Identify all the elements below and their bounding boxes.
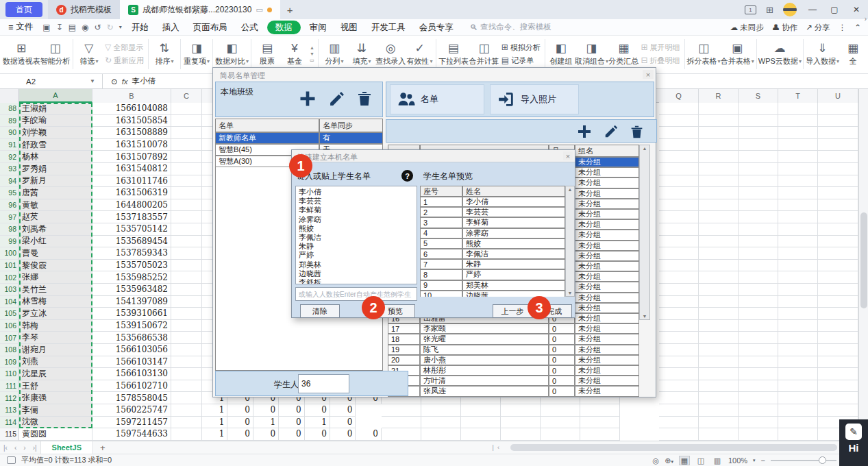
delete-class-icon[interactable] xyxy=(356,90,373,107)
roster-row-covered[interactable]: 未分组 xyxy=(575,293,639,303)
cell-C105[interactable] xyxy=(171,308,202,320)
col-header-T[interactable]: T xyxy=(778,89,818,103)
ribbon-取消组合[interactable]: ◨取消组合▾ xyxy=(575,40,608,67)
preview-row[interactable]: 9 xyxy=(420,280,462,291)
cell-right[interactable] xyxy=(659,332,699,344)
zoom-slider[interactable] xyxy=(771,460,836,461)
cell-A98[interactable]: 刘禹希 xyxy=(19,223,92,236)
cell-D-sliver[interactable] xyxy=(202,187,212,199)
row-header-111[interactable]: 111 xyxy=(0,380,19,393)
ribbon-创建组[interactable]: ◧创建组 xyxy=(547,40,575,67)
cell-tail[interactable]: 0 xyxy=(330,404,356,417)
cell-tail-empty[interactable] xyxy=(461,404,501,417)
ribbon-重新应用[interactable]: ↻重新应用 xyxy=(105,56,144,66)
cell-B110[interactable]: 1566103130 xyxy=(92,368,171,380)
cell-B90[interactable]: 1631508889 xyxy=(92,127,171,139)
cell-right[interactable] xyxy=(818,139,858,151)
print-icon[interactable]: ▤ xyxy=(66,23,79,32)
cell-tail-empty[interactable] xyxy=(461,417,501,429)
cell-C109[interactable] xyxy=(171,356,202,369)
cell-tail-empty[interactable] xyxy=(501,428,541,441)
preview-row[interactable]: 涂霁窈 xyxy=(462,228,565,238)
cell-C98[interactable] xyxy=(171,223,202,236)
roster-row[interactable]: 方叶清 xyxy=(420,376,549,386)
add-class-icon[interactable] xyxy=(298,89,317,108)
cell-B96[interactable]: 1644800205 xyxy=(92,199,171,212)
roster-row[interactable]: 未分组 xyxy=(575,376,639,386)
cell-C95[interactable] xyxy=(171,187,202,199)
row-header-91[interactable]: 91 xyxy=(0,139,19,151)
row-header-88[interactable]: 88 xyxy=(0,103,19,115)
cell-D-sliver[interactable] xyxy=(202,127,212,139)
cell-right[interactable] xyxy=(818,211,858,223)
cell-A89[interactable]: 李皎瑜 xyxy=(19,115,92,127)
cell-right[interactable] xyxy=(699,151,739,163)
cell-C106[interactable] xyxy=(171,320,202,332)
fx-icon[interactable]: fx xyxy=(122,77,128,86)
export-icon[interactable]: ↧ xyxy=(53,23,66,32)
col-header-C[interactable]: C xyxy=(171,89,202,103)
cell-C96[interactable] xyxy=(171,199,202,212)
cell-A104[interactable]: 林雪梅 xyxy=(19,296,92,308)
cell-C112[interactable] xyxy=(171,392,202,404)
row-header-102[interactable]: 102 xyxy=(0,271,19,284)
command-search[interactable]: 🔍︎ 查找命令、搜索模板 xyxy=(470,22,551,32)
scroll-up-icon[interactable]: ▲ xyxy=(568,187,573,192)
cell-right[interactable] xyxy=(739,103,778,115)
cell-B88[interactable]: 1566104088 xyxy=(92,103,171,115)
ribbon-分列[interactable]: ▥分列▾ xyxy=(321,40,348,67)
roster-row-covered[interactable]: 未分组 xyxy=(575,188,639,199)
cell-right[interactable] xyxy=(818,223,858,236)
name-box[interactable]: A2▼ xyxy=(0,74,103,89)
page-break-view-icon[interactable]: ▥ xyxy=(712,456,723,465)
file-menu[interactable]: ≡文件 xyxy=(0,21,40,33)
next-sheet-icon[interactable]: › xyxy=(23,444,25,452)
cell-right[interactable] xyxy=(778,260,818,272)
cell-right[interactable] xyxy=(699,404,739,417)
cell-tail[interactable]: 0 xyxy=(305,428,330,441)
roster-row[interactable]: 张凤连 xyxy=(420,386,549,396)
cell-B109[interactable]: 1566103147 xyxy=(92,356,171,369)
delete-student-icon[interactable] xyxy=(630,125,644,139)
row-header-113[interactable]: 113 xyxy=(0,404,19,417)
cell-right[interactable] xyxy=(818,247,858,260)
cell-C92[interactable] xyxy=(171,151,202,163)
ribbon-拆分表格[interactable]: ◫拆分表格▾ xyxy=(687,40,721,67)
cell-B93[interactable]: 1631540812 xyxy=(92,163,171,175)
cell-right[interactable] xyxy=(818,199,858,212)
preview-row[interactable]: 10 xyxy=(420,291,462,297)
menu-插入[interactable]: 插入 xyxy=(156,19,186,36)
roster-row[interactable]: 未分组 xyxy=(575,334,639,344)
center-view-icon[interactable]: ⊕▾ xyxy=(665,456,673,465)
ribbon-合并计算[interactable]: ◫合并计算 xyxy=(469,40,499,67)
cell-right[interactable] xyxy=(659,260,699,272)
cell-right[interactable] xyxy=(659,115,699,127)
cell-right[interactable] xyxy=(739,127,778,139)
row-header-108[interactable]: 108 xyxy=(0,344,19,356)
roster-row-covered[interactable]: 未分组 xyxy=(575,230,639,240)
subdialog-close-button[interactable]: × xyxy=(563,151,573,160)
cell-C115[interactable] xyxy=(171,428,202,441)
cell-right[interactable] xyxy=(818,356,858,369)
roster-row[interactable]: 17 xyxy=(388,323,420,334)
cell-right[interactable] xyxy=(699,247,739,260)
cell-right[interactable] xyxy=(699,356,739,369)
preview-row[interactable]: 李小倩 xyxy=(462,197,565,207)
add-student-icon[interactable] xyxy=(576,123,593,140)
cell-right[interactable] xyxy=(818,151,858,163)
cell-right[interactable] xyxy=(739,428,778,441)
cell-right[interactable] xyxy=(778,380,818,393)
cell-D-sliver[interactable] xyxy=(202,211,212,223)
ribbon-数据对比[interactable]: ◧数据对比▾ xyxy=(215,40,249,67)
cell-right[interactable] xyxy=(659,211,699,223)
cell-C89[interactable] xyxy=(171,115,202,127)
cell-tail[interactable]: 0 xyxy=(253,404,279,417)
ribbon-智能分析[interactable]: ◫智能分析 xyxy=(40,40,71,67)
cell-tail[interactable]: 0 xyxy=(253,428,279,441)
cell-B113[interactable]: 1560225747 xyxy=(92,404,171,417)
cell-D-sliver[interactable] xyxy=(202,332,212,344)
cell-right[interactable] xyxy=(699,139,739,151)
cell-right[interactable] xyxy=(778,404,818,417)
cell-right[interactable] xyxy=(778,103,818,115)
cell-right[interactable] xyxy=(699,296,739,308)
